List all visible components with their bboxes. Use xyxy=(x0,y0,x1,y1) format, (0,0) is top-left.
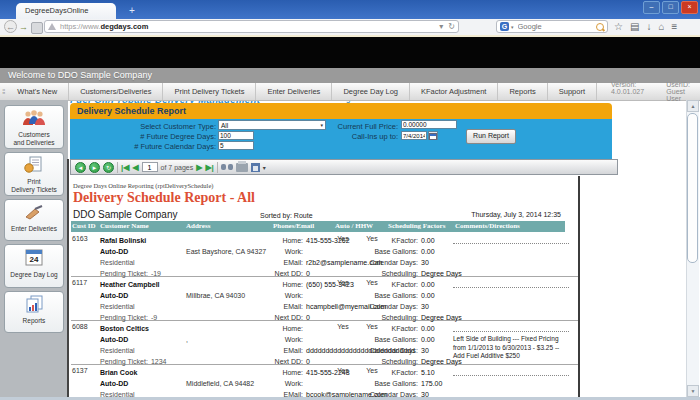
sidebar-item-label: Degree Day Log xyxy=(5,271,63,279)
scheduling-factors-cell: KFactor:5.10 Base Gallons:175.00 Calenda… xyxy=(350,367,462,397)
url-bar[interactable]: https://www.degdays.com ▾ ↻ xyxy=(44,20,459,33)
scroll-down-button[interactable]: ▼ xyxy=(687,385,699,397)
next-page-button[interactable]: ▶ xyxy=(196,163,202,172)
customer-name-cell: Brian CookAuto-DD Residential Pending Ti… xyxy=(100,367,186,397)
table-row: 6088 Boston CelticsAuto-DD Residential P… xyxy=(71,321,578,365)
col-auto-hhw: Auto / HHW xyxy=(335,222,373,230)
degree-days-label: # Future Degree Days: xyxy=(110,132,216,141)
sidebar-item-reports[interactable]: Reports xyxy=(4,291,64,333)
viewer-back-button[interactable]: ◄ xyxy=(75,162,86,173)
full-price-label: Current Full Price: xyxy=(300,122,398,131)
address-cell: , xyxy=(186,334,261,345)
nav-tab-print-delivery-tickets[interactable]: Print Delivery Tickets xyxy=(163,83,256,100)
scheduling-factors-cell: KFactor:0.00 Base Gallons:0.00 Calendar … xyxy=(350,323,462,367)
col-address: Address xyxy=(186,222,210,230)
calendar-days-input[interactable] xyxy=(218,141,254,150)
address-cell: Millbrae, CA 94030 xyxy=(186,290,261,301)
table-header: Cust ID Customer Name Address Phones/Ema… xyxy=(71,221,565,232)
cust-id: 6088 xyxy=(72,323,88,330)
page-number-input[interactable] xyxy=(142,162,158,172)
run-report-button[interactable]: Run Report xyxy=(466,129,516,144)
prev-page-button[interactable]: ◀ xyxy=(132,163,138,172)
col-scheduling-factors: Scheduling Factors xyxy=(388,222,445,230)
page-count-label: of 7 pages xyxy=(161,164,194,171)
customer-type-label: Select Customer Type: xyxy=(110,122,216,131)
nav-tab-whats-new[interactable]: What's New xyxy=(6,83,69,100)
nav-tab-kfactor-adjustment[interactable]: KFactor Adjustment xyxy=(410,83,498,100)
export-dropdown-icon[interactable]: ▾ xyxy=(263,164,266,171)
customer-name-cell: Rafal BolinskiAuto-DD Residential Pendin… xyxy=(100,235,186,279)
nav-tab-support[interactable]: Support xyxy=(548,83,597,100)
calendar-icon xyxy=(429,133,437,140)
bookmarks-menu-icon[interactable]: ▤ xyxy=(630,19,639,34)
scroll-thumb[interactable] xyxy=(687,113,698,263)
save-export-icon[interactable] xyxy=(251,163,260,172)
sidebar-item-label: PrintDelivery Tickets xyxy=(5,178,63,194)
browser-tab[interactable]: DegreeDaysOnline xyxy=(16,3,116,19)
nav-tab-enter-deliveries[interactable]: Enter Deliveries xyxy=(256,83,332,100)
first-page-button[interactable]: |◀ xyxy=(121,163,129,172)
table-row: 6137 Brian CookAuto-DD Residential Pendi… xyxy=(71,365,578,397)
sidebar-item-label: Customersand Deliveries xyxy=(5,131,63,147)
viewer-forward-button[interactable]: ► xyxy=(89,162,100,173)
search-report-icon[interactable] xyxy=(221,163,233,171)
search-engine-icon[interactable]: G xyxy=(500,22,509,31)
company-name: DDO Sample Company xyxy=(73,209,177,220)
url-dropdown-icon[interactable]: ▾ xyxy=(439,22,443,31)
nav-tab-customers-deliveries[interactable]: Customers/Deliveries xyxy=(69,83,163,100)
callins-label: Call-Ins up to: xyxy=(310,132,398,141)
back-button[interactable]: ← xyxy=(4,20,17,33)
maximize-button[interactable]: □ xyxy=(662,1,679,14)
calendar-picker-button[interactable] xyxy=(428,131,438,140)
minimize-button[interactable]: – xyxy=(643,1,660,14)
report-watermark: Degree Days Online Reporting (rptDeliver… xyxy=(73,182,213,189)
full-price-input[interactable] xyxy=(401,120,457,129)
page-icon[interactable] xyxy=(31,22,43,34)
print-tickets-icon xyxy=(23,156,45,174)
sidebar-item-degree-day-log[interactable]: 24 Degree Day Log xyxy=(4,244,64,288)
panel-title: Delivery Schedule Report xyxy=(70,103,612,119)
table-row: 6117 Heather CampbellAuto-DD Residential… xyxy=(71,277,578,321)
search-bar[interactable]: G ▾ xyxy=(496,20,608,33)
col-customer-name: Customer Name xyxy=(100,222,149,230)
search-icon[interactable] xyxy=(596,23,604,31)
new-tab-button[interactable]: + xyxy=(124,4,140,17)
address-cell: East Bayshore, CA 94327 xyxy=(186,246,261,257)
nav-tab-reports[interactable]: Reports xyxy=(498,83,547,100)
version-text: Version: 4.0.01.027 xyxy=(611,81,644,102)
search-input[interactable] xyxy=(516,21,594,32)
reload-icon[interactable]: ↻ xyxy=(448,22,455,31)
col-phones-email: Phones/Email xyxy=(273,222,314,230)
forward-button[interactable]: → xyxy=(19,21,28,33)
site-header: ❄ ☀ Degree Days Online Fuel Oil/Propane … xyxy=(0,37,700,68)
customers-icon xyxy=(22,109,46,127)
app-window: DegreeDaysOnline + – □ × ← → https://www… xyxy=(0,0,700,400)
sidebar-item-label: Enter Deliveries xyxy=(5,225,63,233)
last-page-button[interactable]: ▶| xyxy=(205,163,213,172)
search-engine-dropdown-icon[interactable]: ▾ xyxy=(511,24,514,30)
scheduling-factors-cell: KFactor:0.00 Base Gallons:0.00 Calendar … xyxy=(350,235,462,279)
sidebar: Customersand Deliveries PrintDelivery Ti… xyxy=(0,100,68,397)
home-icon[interactable]: ⌂ xyxy=(658,19,664,34)
viewer-refresh-button[interactable]: ↻ xyxy=(103,162,114,173)
printer-icon[interactable] xyxy=(236,163,248,172)
customer-name-cell: Heather CampbellAuto-DD Residential Pend… xyxy=(100,279,186,323)
degree-days-input[interactable] xyxy=(218,131,254,140)
nav-tab-degree-day-log[interactable]: Degree Day Log xyxy=(332,83,410,100)
scroll-up-button[interactable]: ▲ xyxy=(687,100,699,112)
report-page-left-edge xyxy=(67,159,69,397)
browser-titlebar: DegreeDaysOnline + – □ × xyxy=(0,0,700,19)
bookmark-star-icon[interactable]: ☆ xyxy=(614,19,623,34)
welcome-bar: Welcome to DDO Sample Company xyxy=(0,68,700,83)
comments-cell xyxy=(453,243,569,247)
callins-date-input[interactable] xyxy=(401,131,427,140)
sidebar-item-enter-deliveries[interactable]: Enter Deliveries xyxy=(4,199,64,241)
svg-text:24: 24 xyxy=(30,255,39,264)
menu-icon[interactable]: ≡ xyxy=(671,19,677,34)
cust-id: 6163 xyxy=(72,235,88,242)
downloads-icon[interactable]: ↓ xyxy=(646,19,651,34)
sidebar-item-customers-deliveries[interactable]: Customersand Deliveries xyxy=(4,105,64,149)
sidebar-item-print-delivery-tickets[interactable]: PrintDelivery Tickets xyxy=(4,152,64,196)
close-button[interactable]: × xyxy=(681,1,698,14)
customer-name-cell: Boston CelticsAuto-DD Residential Pendin… xyxy=(100,323,186,367)
